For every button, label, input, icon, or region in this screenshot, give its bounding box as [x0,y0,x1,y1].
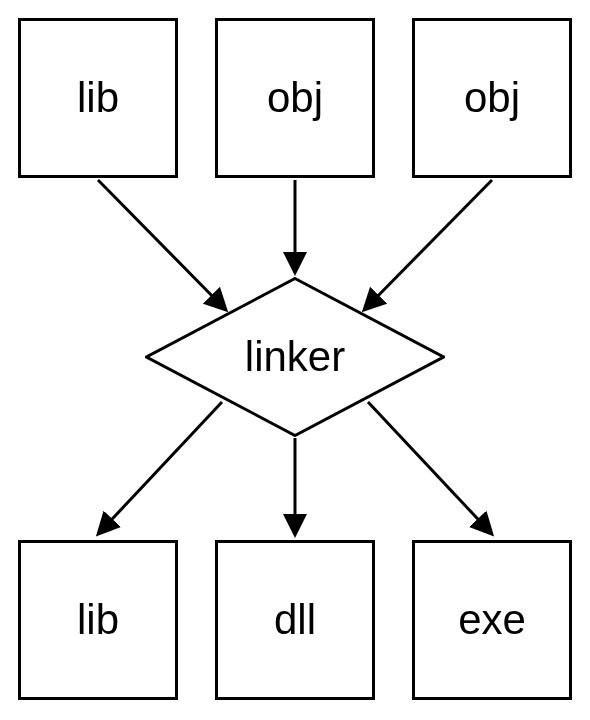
output-box-dll: dll [215,540,375,700]
process-label-linker: linker [245,333,345,381]
output-label-dll: dll [274,596,316,644]
input-label-lib: lib [77,74,119,122]
input-box-obj-1: obj [215,18,375,178]
input-box-obj-2: obj [412,18,572,178]
output-label-exe: exe [458,596,526,644]
input-box-lib: lib [18,18,178,178]
output-box-exe: exe [412,540,572,700]
output-box-lib: lib [18,540,178,700]
output-label-lib: lib [77,596,119,644]
input-label-obj-1: obj [267,74,323,122]
input-label-obj-2: obj [464,74,520,122]
process-diamond-linker: linker [145,277,445,437]
